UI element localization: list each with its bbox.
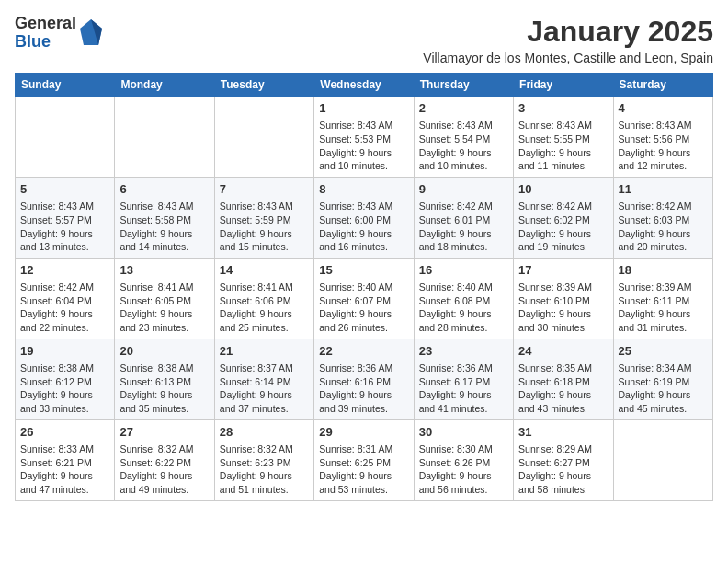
day-info: Sunrise: 8:29 AMSunset: 6:27 PMDaylight:…: [518, 442, 608, 497]
calendar-cell: 12Sunrise: 8:42 AMSunset: 6:04 PMDayligh…: [16, 258, 115, 339]
day-number: 16: [419, 262, 508, 279]
day-info: Sunrise: 8:31 AMSunset: 6:25 PMDaylight:…: [319, 442, 408, 497]
day-number: 10: [518, 181, 608, 198]
calendar-cell: 13Sunrise: 8:41 AMSunset: 6:05 PMDayligh…: [115, 258, 214, 339]
day-info: Sunrise: 8:32 AMSunset: 6:23 PMDaylight:…: [220, 442, 309, 497]
calendar-cell: 23Sunrise: 8:36 AMSunset: 6:17 PMDayligh…: [414, 339, 513, 419]
day-info: Sunrise: 8:43 AMSunset: 5:56 PMDaylight:…: [619, 119, 708, 173]
day-number: 17: [518, 262, 608, 279]
weekday-header: Thursday: [414, 74, 513, 97]
logo-general: General: [15, 15, 76, 33]
calendar-cell: 29Sunrise: 8:31 AMSunset: 6:25 PMDayligh…: [314, 419, 414, 500]
calendar-cell: 19Sunrise: 8:38 AMSunset: 6:12 PMDayligh…: [16, 339, 115, 419]
day-info: Sunrise: 8:39 AMSunset: 6:11 PMDaylight:…: [619, 281, 708, 335]
calendar-cell: 9Sunrise: 8:42 AMSunset: 6:01 PMDaylight…: [414, 177, 513, 258]
day-info: Sunrise: 8:42 AMSunset: 6:04 PMDaylight:…: [20, 281, 109, 335]
day-info: Sunrise: 8:35 AMSunset: 6:18 PMDaylight:…: [518, 362, 608, 416]
calendar-cell: 21Sunrise: 8:37 AMSunset: 6:14 PMDayligh…: [214, 339, 313, 419]
calendar-week-row: 19Sunrise: 8:38 AMSunset: 6:12 PMDayligh…: [16, 339, 713, 419]
calendar-week-row: 5Sunrise: 8:43 AMSunset: 5:57 PMDaylight…: [16, 177, 713, 258]
calendar-cell: 20Sunrise: 8:38 AMSunset: 6:13 PMDayligh…: [115, 339, 214, 419]
day-number: 18: [619, 262, 708, 279]
calendar-cell: 10Sunrise: 8:42 AMSunset: 6:02 PMDayligh…: [514, 177, 613, 258]
day-number: 5: [20, 181, 109, 198]
calendar-cell: 11Sunrise: 8:42 AMSunset: 6:03 PMDayligh…: [613, 177, 712, 258]
day-number: 25: [619, 343, 708, 360]
day-number: 31: [518, 424, 608, 441]
calendar-cell: 4Sunrise: 8:43 AMSunset: 5:56 PMDaylight…: [613, 97, 712, 178]
calendar-cell: 24Sunrise: 8:35 AMSunset: 6:18 PMDayligh…: [514, 339, 613, 419]
calendar-cell: [115, 97, 214, 178]
page-header: General Blue January 2025 Villamayor de …: [15, 15, 713, 65]
day-info: Sunrise: 8:41 AMSunset: 6:06 PMDaylight:…: [220, 281, 309, 335]
logo-text: General Blue: [15, 15, 76, 52]
day-number: 6: [119, 181, 209, 198]
day-number: 2: [419, 100, 508, 117]
calendar-cell: 28Sunrise: 8:32 AMSunset: 6:23 PMDayligh…: [214, 419, 313, 500]
day-info: Sunrise: 8:34 AMSunset: 6:19 PMDaylight:…: [619, 362, 708, 416]
calendar-cell: 2Sunrise: 8:43 AMSunset: 5:54 PMDaylight…: [414, 97, 513, 178]
calendar-body: 1Sunrise: 8:43 AMSunset: 5:53 PMDaylight…: [16, 97, 713, 501]
day-number: 26: [20, 424, 109, 441]
day-number: 7: [220, 181, 309, 198]
day-info: Sunrise: 8:43 AMSunset: 5:57 PMDaylight:…: [20, 200, 109, 254]
day-number: 27: [119, 424, 209, 441]
calendar-cell: [214, 97, 313, 178]
calendar-table: SundayMondayTuesdayWednesdayThursdayFrid…: [15, 73, 713, 501]
day-number: 8: [319, 181, 408, 198]
logo-blue: Blue: [15, 33, 76, 52]
calendar-cell: 31Sunrise: 8:29 AMSunset: 6:27 PMDayligh…: [514, 419, 613, 500]
weekday-header: Monday: [115, 74, 214, 97]
day-info: Sunrise: 8:33 AMSunset: 6:21 PMDaylight:…: [20, 442, 109, 497]
calendar-cell: 1Sunrise: 8:43 AMSunset: 5:53 PMDaylight…: [314, 97, 414, 178]
calendar-cell: 18Sunrise: 8:39 AMSunset: 6:11 PMDayligh…: [613, 258, 712, 339]
calendar-cell: 22Sunrise: 8:36 AMSunset: 6:16 PMDayligh…: [314, 339, 414, 419]
day-info: Sunrise: 8:43 AMSunset: 5:53 PMDaylight:…: [319, 119, 408, 173]
calendar-cell: 26Sunrise: 8:33 AMSunset: 6:21 PMDayligh…: [16, 419, 115, 500]
calendar-cell: 8Sunrise: 8:43 AMSunset: 6:00 PMDaylight…: [314, 177, 414, 258]
day-number: 30: [419, 424, 508, 441]
calendar-cell: 25Sunrise: 8:34 AMSunset: 6:19 PMDayligh…: [613, 339, 712, 419]
day-number: 23: [419, 343, 508, 360]
day-number: 28: [220, 424, 309, 441]
day-info: Sunrise: 8:43 AMSunset: 5:54 PMDaylight:…: [419, 119, 508, 173]
day-info: Sunrise: 8:40 AMSunset: 6:07 PMDaylight:…: [319, 281, 408, 335]
day-info: Sunrise: 8:30 AMSunset: 6:26 PMDaylight:…: [419, 442, 508, 497]
location-subtitle: Villamayor de los Montes, Castille and L…: [423, 51, 713, 65]
day-info: Sunrise: 8:36 AMSunset: 6:17 PMDaylight:…: [419, 362, 508, 416]
day-number: 19: [20, 343, 109, 360]
day-number: 24: [518, 343, 608, 360]
day-info: Sunrise: 8:43 AMSunset: 5:55 PMDaylight:…: [518, 119, 608, 173]
calendar-cell: [613, 419, 712, 500]
day-number: 1: [319, 100, 408, 117]
logo-icon: [80, 19, 102, 47]
calendar-cell: 27Sunrise: 8:32 AMSunset: 6:22 PMDayligh…: [115, 419, 214, 500]
calendar-cell: 3Sunrise: 8:43 AMSunset: 5:55 PMDaylight…: [514, 97, 613, 178]
calendar-header: SundayMondayTuesdayWednesdayThursdayFrid…: [16, 74, 713, 97]
day-number: 22: [319, 343, 408, 360]
day-info: Sunrise: 8:42 AMSunset: 6:02 PMDaylight:…: [518, 200, 608, 254]
calendar-cell: 30Sunrise: 8:30 AMSunset: 6:26 PMDayligh…: [414, 419, 513, 500]
day-number: 3: [518, 100, 608, 117]
day-info: Sunrise: 8:42 AMSunset: 6:03 PMDaylight:…: [619, 200, 708, 254]
day-number: 9: [419, 181, 508, 198]
day-number: 21: [220, 343, 309, 360]
calendar-week-row: 26Sunrise: 8:33 AMSunset: 6:21 PMDayligh…: [16, 419, 713, 500]
title-block: January 2025 Villamayor de los Montes, C…: [423, 15, 713, 65]
day-info: Sunrise: 8:43 AMSunset: 5:59 PMDaylight:…: [220, 200, 309, 254]
calendar-cell: 16Sunrise: 8:40 AMSunset: 6:08 PMDayligh…: [414, 258, 513, 339]
calendar-cell: 5Sunrise: 8:43 AMSunset: 5:57 PMDaylight…: [16, 177, 115, 258]
weekday-header: Friday: [514, 74, 613, 97]
day-info: Sunrise: 8:37 AMSunset: 6:14 PMDaylight:…: [220, 362, 309, 416]
day-info: Sunrise: 8:40 AMSunset: 6:08 PMDaylight:…: [419, 281, 508, 335]
month-title: January 2025: [423, 15, 713, 49]
calendar-cell: 15Sunrise: 8:40 AMSunset: 6:07 PMDayligh…: [314, 258, 414, 339]
day-info: Sunrise: 8:38 AMSunset: 6:13 PMDaylight:…: [119, 362, 209, 416]
day-info: Sunrise: 8:42 AMSunset: 6:01 PMDaylight:…: [419, 200, 508, 254]
day-info: Sunrise: 8:36 AMSunset: 6:16 PMDaylight:…: [319, 362, 408, 416]
weekday-row: SundayMondayTuesdayWednesdayThursdayFrid…: [16, 74, 713, 97]
calendar-week-row: 1Sunrise: 8:43 AMSunset: 5:53 PMDaylight…: [16, 97, 713, 178]
logo: General Blue: [15, 15, 102, 52]
day-number: 12: [20, 262, 109, 279]
calendar-cell: [16, 97, 115, 178]
